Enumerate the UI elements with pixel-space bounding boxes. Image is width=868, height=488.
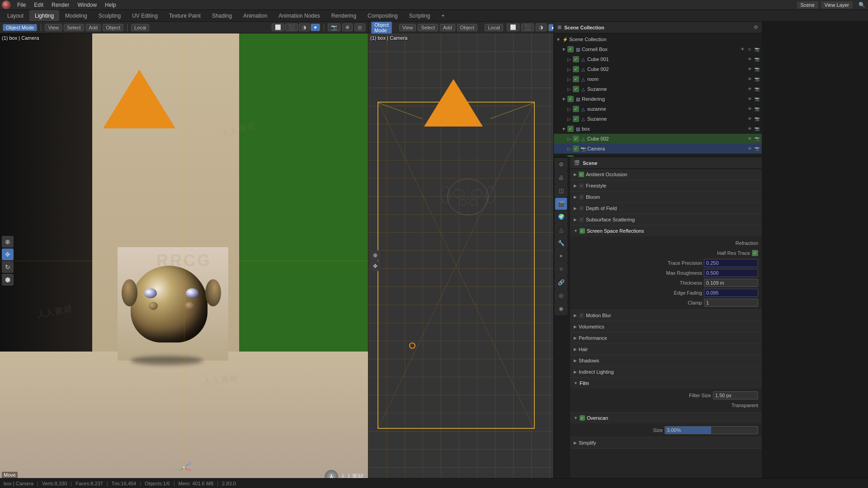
cube002-vis[interactable]: ✓ — [573, 66, 579, 72]
view-menu[interactable]: View — [45, 24, 62, 31]
sz-l-vis[interactable]: ✓ — [573, 106, 579, 112]
gizmo-icon[interactable]: ⊕ — [342, 23, 353, 31]
outliner-suzanne-lower[interactable]: ▷ ✓ △ suzanne 👁 📷 — [554, 104, 762, 114]
hair-header[interactable]: ▶ Hair — [570, 344, 762, 355]
outliner-cornell-box[interactable]: ▼ ✓ ▧ Cornell Box 👁 ⊙ 📷 — [554, 44, 762, 54]
outliner-suzanne-cornell[interactable]: ▷ ✓ △ Suzanne 👁 📷 — [554, 84, 762, 94]
outliner-room[interactable]: ▷ ✓ △ room 👁 📷 — [554, 74, 762, 84]
prop-tab-scene[interactable]: 🎬 — [555, 197, 567, 210]
sss-check[interactable]: ✗ — [579, 217, 584, 222]
ssr-header[interactable]: ▼ ✓ Screen Space Reflections — [570, 225, 762, 236]
eye-icon[interactable]: 👁 — [739, 46, 745, 52]
tab-animation[interactable]: Animation — [238, 10, 273, 21]
c2b-vis[interactable]: ✓ — [573, 136, 579, 142]
right-view-menu[interactable]: View — [399, 24, 416, 31]
cam-c2[interactable]: 📷 — [754, 66, 760, 72]
camera-view-icon[interactable]: 📷 — [328, 23, 340, 31]
menu-help[interactable]: Help — [101, 1, 120, 9]
prop-tab-output[interactable]: 🖨 — [555, 171, 567, 184]
restrict-icon[interactable]: ⊙ — [746, 46, 753, 52]
right-solid-icon[interactable]: ⬛ — [521, 23, 534, 31]
tab-layout[interactable]: Layout — [2, 10, 29, 21]
outliner-suzanne-upper[interactable]: ▷ ✓ △ Suzanne 👁 📷 — [554, 114, 762, 124]
tab-lighting[interactable]: Lighting — [29, 10, 59, 21]
eye-box[interactable]: 👁 — [746, 126, 753, 132]
prop-tab-world[interactable]: 🌍 — [555, 211, 567, 223]
rend-vis[interactable]: ✓ — [567, 96, 574, 102]
prop-tab-material[interactable]: ◉ — [555, 302, 567, 315]
sz-u-vis[interactable]: ✓ — [573, 116, 579, 122]
right-add-menu[interactable]: Add — [440, 24, 455, 31]
tab-sculpting[interactable]: Sculpting — [93, 10, 126, 21]
object-menu[interactable]: Object — [103, 24, 123, 31]
eye-sz-l[interactable]: 👁 — [746, 106, 753, 112]
tab-modeling[interactable]: Modeling — [60, 10, 93, 21]
freestyle-header[interactable]: ▶ ✗ Freestyle — [570, 180, 762, 191]
cam-room[interactable]: 📷 — [754, 76, 760, 82]
scale-tool[interactable]: ⬢ — [2, 274, 14, 286]
render-icon[interactable]: 📷 — [754, 46, 760, 52]
menu-edit[interactable]: Edit — [30, 1, 47, 9]
menu-window[interactable]: Window — [74, 1, 100, 9]
clamp-value[interactable]: 1 — [704, 299, 758, 307]
object-mode-selector[interactable]: Object Mode — [3, 24, 37, 31]
prop-tab-particles[interactable]: ✦ — [555, 250, 567, 263]
wireframe-icon[interactable]: ⬜ — [272, 23, 284, 31]
outliner-camera[interactable]: ▷ ✓ 📷 Camera 👁 📷 — [554, 144, 762, 154]
cornell-vis-check[interactable]: ✓ — [567, 46, 574, 52]
outliner-cube001[interactable]: ▷ ✓ △ Cube 001 👁 📷 — [554, 54, 762, 64]
tab-shading[interactable]: Shading — [207, 10, 237, 21]
ssr-check[interactable]: ✓ — [580, 228, 585, 234]
tab-animation-nodes[interactable]: Animation Nodes — [273, 10, 325, 21]
outliner-cube002[interactable]: ▷ ✓ △ Cube 002 👁 📷 — [554, 64, 762, 74]
motionblur-header[interactable]: ▶ ✗ Motion Blur — [570, 310, 762, 321]
cam-sz[interactable]: 📷 — [754, 86, 760, 92]
tab-rendering[interactable]: Rendering — [326, 10, 362, 21]
ao-check[interactable]: ✓ — [579, 172, 584, 177]
outliner-lights[interactable]: ▼ ✓ ▧ Lights 👁 📷 — [554, 154, 762, 157]
cursor-tool[interactable]: ⊕ — [2, 236, 14, 248]
film-header[interactable]: ▼ Film — [570, 378, 762, 389]
cam-box[interactable]: 📷 — [754, 126, 760, 132]
cam-sz-l[interactable]: 📷 — [754, 106, 760, 112]
cam-vis[interactable]: ✓ — [573, 145, 579, 152]
tab-uv-editing[interactable]: UV Editing — [127, 10, 163, 21]
rendered-icon[interactable]: ● — [311, 23, 320, 31]
right-object-menu[interactable]: Object — [457, 24, 478, 31]
prop-tab-view[interactable]: ◫ — [555, 184, 567, 197]
right-wireframe-icon[interactable]: ⬜ — [507, 23, 519, 31]
prop-tab-modifier[interactable]: 🔧 — [555, 237, 567, 249]
eye-c2b[interactable]: 👁 — [746, 136, 753, 142]
select-menu[interactable]: Select — [64, 24, 84, 31]
right-object-mode[interactable]: Object Mode — [371, 22, 392, 34]
right-cursor-tool[interactable]: ⊕ — [370, 250, 380, 260]
max-roughness-value[interactable]: 0.500 — [704, 269, 758, 277]
eye-sz-u[interactable]: 👁 — [746, 116, 753, 122]
trace-precision-value[interactable]: 0.250 — [704, 259, 758, 267]
eye-c1[interactable]: 👁 — [746, 56, 753, 62]
outliner-cube002-box[interactable]: ▷ ✓ △ Cube 002 👁 📷 — [554, 134, 762, 144]
scene-selector[interactable]: Scene — [797, 1, 818, 9]
simplify-header[interactable]: ▶ Simplify — [570, 437, 762, 448]
volumetrics-header[interactable]: ▶ Volumetrics — [570, 321, 762, 332]
eye-rend[interactable]: 👁 — [746, 96, 753, 102]
freestyle-check[interactable]: ✗ — [579, 183, 584, 188]
cam-rend[interactable]: 📷 — [754, 96, 760, 102]
cam-c1[interactable]: 📷 — [754, 56, 760, 62]
solid-icon[interactable]: ⬛ — [285, 23, 298, 31]
tab-scripting[interactable]: Scripting — [404, 10, 436, 21]
view-layer-selector[interactable]: View Layer — [821, 1, 853, 9]
overscan-header[interactable]: ▼ ✓ Overscan — [570, 413, 762, 423]
tab-compositing[interactable]: Compositing — [362, 10, 403, 21]
box-vis[interactable]: ✓ — [567, 126, 574, 132]
left-3d-viewport[interactable]: Object Mode View Select Add Object Local… — [0, 22, 368, 488]
prop-tab-data[interactable]: ◎ — [555, 289, 567, 302]
right-material-icon[interactable]: ◑ — [536, 23, 547, 31]
performance-header[interactable]: ▶ Performance — [570, 333, 762, 343]
prop-tab-physics[interactable]: ⚛ — [555, 263, 567, 276]
tab-texture-paint[interactable]: Texture Paint — [164, 10, 206, 21]
motionblur-check[interactable]: ✗ — [579, 313, 584, 318]
cube001-vis[interactable]: ✓ — [573, 56, 579, 62]
rotate-tool[interactable]: ↻ — [2, 261, 14, 273]
material-icon[interactable]: ◑ — [299, 23, 310, 31]
